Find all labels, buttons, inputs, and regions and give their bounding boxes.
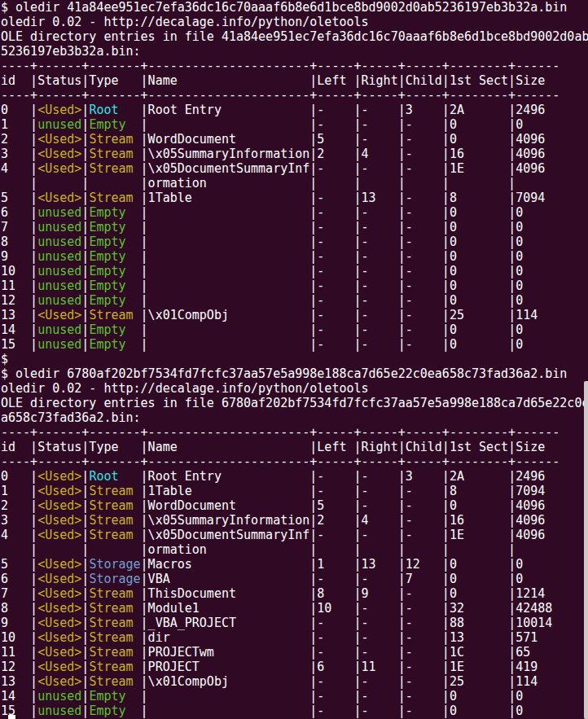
terminal-text-segment: |1Table |- |13 |- |8 |7094 bbox=[141, 191, 546, 205]
terminal-line: oledir 0.02 - http://decalage.info/pytho… bbox=[1, 381, 588, 396]
terminal-text-segment: |\x05SummaryInformation|2 |4 |- |16 |409… bbox=[141, 147, 546, 161]
terminal-text-segment: <Used> bbox=[37, 132, 81, 147]
terminal-text-segment: |Macros |1 |13 |12 |0 |0 bbox=[141, 557, 524, 572]
terminal-line: id |Status|Type |Name |Left |Right|Child… bbox=[1, 73, 588, 88]
terminal-text-segment: unused bbox=[37, 278, 81, 293]
terminal-text-segment: 7 | bbox=[1, 586, 37, 601]
terminal-text-segment: <Used> bbox=[37, 645, 81, 660]
terminal-line: 8 |<Used>|Stream |Module1 |10 |- |- |32 … bbox=[1, 601, 588, 616]
terminal-text-segment: Stream bbox=[89, 601, 140, 616]
terminal-text-segment: | |- |- |- |0 |0 bbox=[141, 689, 524, 704]
terminal-text-segment: a658c73fad36a2.bin: bbox=[1, 410, 141, 425]
terminal-text-segment: 5236197eb3b32a.bin: bbox=[1, 44, 141, 59]
terminal-text-segment: <Used> bbox=[37, 528, 81, 542]
terminal-text-segment: | |- |- |- |0 |0 bbox=[141, 293, 524, 308]
terminal-text-segment: Empty bbox=[89, 278, 140, 293]
terminal-line: 8 |unused|Empty | |- |- |- |0 |0 bbox=[1, 235, 588, 249]
terminal-text-segment: 0 | bbox=[1, 103, 37, 117]
terminal-line: 3 |<Used>|Stream |\x05SummaryInformation… bbox=[1, 147, 588, 161]
terminal-text-segment: unused bbox=[37, 205, 81, 220]
terminal-text-segment: Empty bbox=[89, 117, 140, 132]
terminal-text-segment: | |- |- |- |0 |0 bbox=[141, 205, 524, 220]
terminal-text-segment: |1Table |- |- |- |8 |7094 bbox=[141, 484, 546, 498]
terminal-line: oledir 0.02 - http://decalage.info/pytho… bbox=[1, 15, 588, 29]
terminal-line: $ bbox=[1, 352, 588, 366]
terminal-line: ----+------+-------+--------------------… bbox=[1, 454, 588, 469]
terminal-text-segment: 2 | bbox=[1, 132, 37, 147]
terminal-text-segment: | |- |- |- |0 |0 bbox=[141, 278, 524, 293]
terminal-text-segment: Empty bbox=[89, 689, 140, 704]
terminal-text-segment: 15 | bbox=[1, 337, 37, 352]
terminal-text-segment: unused bbox=[37, 249, 81, 264]
terminal-line: | | |ormation | | | | | bbox=[1, 176, 588, 191]
terminal-line: 1 |<Used>|Stream |1Table |- |- |- |8 |70… bbox=[1, 484, 588, 498]
terminal-text-segment: Stream bbox=[89, 161, 140, 176]
terminal-line: 11 |unused|Empty | |- |- |- |0 |0 bbox=[1, 278, 588, 293]
text-cursor bbox=[8, 715, 15, 719]
terminal-text-segment: id |Status|Type |Name |Left |Right|Child… bbox=[1, 440, 545, 454]
terminal-text-segment: Root bbox=[89, 103, 140, 117]
scrollbar-thumb[interactable] bbox=[584, 381, 588, 719]
terminal-text-segment: $ oledir 41a84ee951ec7efa36dc16c70aaaf6b… bbox=[1, 0, 567, 15]
terminal-text-segment: Empty bbox=[89, 235, 140, 249]
terminal-text-segment: Empty bbox=[89, 249, 140, 264]
terminal-text-segment: 15 | bbox=[1, 704, 37, 718]
terminal-text-segment: ----+------+-------+--------------------… bbox=[1, 425, 559, 440]
terminal-screen[interactable]: $ oledir 41a84ee951ec7efa36dc16c70aaaf6b… bbox=[1, 0, 588, 718]
terminal-text-segment: id |Status|Type |Name |Left |Right|Child… bbox=[1, 73, 545, 88]
terminal-text-segment: 11 | bbox=[1, 278, 37, 293]
terminal-text-segment: |\x01CompObj |- |- |- |25 |114 bbox=[141, 674, 538, 689]
terminal-text-segment: <Used> bbox=[37, 616, 81, 630]
terminal-line: 11 |<Used>|Stream |PROJECTwm |- |- |- |1… bbox=[1, 645, 588, 660]
terminal-text-segment: <Used> bbox=[37, 484, 81, 498]
terminal-text-segment: Stream bbox=[89, 630, 140, 645]
terminal-text-segment: 9 | bbox=[1, 616, 37, 630]
terminal-text-segment: Empty bbox=[89, 322, 140, 337]
terminal-text-segment: |WordDocument |5 |- |- |0 |4096 bbox=[141, 132, 546, 147]
terminal-text-segment: <Used> bbox=[37, 147, 81, 161]
terminal-text-segment: |_VBA_PROJECT |- |- |- |88 |10014 bbox=[141, 616, 553, 630]
terminal-text-segment: 5 | bbox=[1, 191, 37, 205]
terminal-text-segment: <Used> bbox=[37, 674, 81, 689]
terminal-text-segment: Stream bbox=[89, 674, 140, 689]
terminal-line: 12 |<Used>|Stream |PROJECT |6 |11 |- |1E… bbox=[1, 660, 588, 674]
terminal-text-segment: ----+------+-------+--------------------… bbox=[1, 454, 559, 469]
terminal-text-segment: <Used> bbox=[37, 557, 81, 572]
terminal-text-segment: Stream bbox=[89, 191, 140, 205]
terminal-text-segment: <Used> bbox=[37, 660, 81, 674]
terminal-text-segment: 2 | bbox=[1, 498, 37, 513]
terminal-text-segment: <Used> bbox=[37, 191, 81, 205]
terminal-text-segment: 3 | bbox=[1, 147, 37, 161]
terminal-text-segment: unused bbox=[37, 293, 81, 308]
terminal-text-segment: |Root Entry |- |- |3 |2A |2496 bbox=[141, 469, 546, 484]
terminal-text-segment: unused bbox=[37, 337, 81, 352]
terminal-text-segment: 6 | bbox=[1, 205, 37, 220]
terminal-text-segment: Stream bbox=[89, 616, 140, 630]
terminal-text-segment: | |- |- |- |0 |0 bbox=[141, 337, 524, 352]
terminal-text-segment: 1 | bbox=[1, 484, 37, 498]
terminal-text-segment: 0 | bbox=[1, 469, 37, 484]
terminal-text-segment: Stream bbox=[89, 645, 140, 660]
terminal-text-segment: 7 | bbox=[1, 220, 37, 235]
terminal-text-segment: Stream bbox=[89, 528, 140, 542]
terminal-line: 6 |<Used>|Storage|VBA |- |- |7 |0 |0 bbox=[1, 572, 588, 586]
terminal-text-segment: | |- |- |- |0 |0 bbox=[141, 235, 524, 249]
terminal-text-segment: 10 | bbox=[1, 264, 37, 278]
terminal-line: 6 |unused|Empty | |- |- |- |0 |0 bbox=[1, 205, 588, 220]
terminal-line: ----+------+-------+--------------------… bbox=[1, 425, 588, 440]
terminal-line: 5 |<Used>|Stream |1Table |- |13 |- |8 |7… bbox=[1, 191, 588, 205]
terminal-text-segment: unused bbox=[37, 117, 81, 132]
terminal-text-segment: Stream bbox=[89, 147, 140, 161]
terminal-text-segment: Root bbox=[89, 469, 140, 484]
terminal-text-segment: ----+------+-------+--------------------… bbox=[1, 88, 559, 103]
terminal-line: 3 |<Used>|Stream |\x05SummaryInformation… bbox=[1, 513, 588, 528]
terminal-text-segment: | |- |- |- |0 |0 bbox=[141, 264, 524, 278]
terminal-text-segment: Empty bbox=[89, 704, 140, 718]
terminal-line: 4 |<Used>|Stream |\x05DocumentSummaryInf… bbox=[1, 528, 588, 542]
terminal-text-segment: |PROJECTwm |- |- |- |1C |65 bbox=[141, 645, 531, 660]
terminal-text-segment: <Used> bbox=[37, 513, 81, 528]
terminal-text-segment: 14 | bbox=[1, 689, 37, 704]
terminal-text-segment: 8 | bbox=[1, 601, 37, 616]
terminal-text-segment: 4 | bbox=[1, 528, 37, 542]
terminal-text-segment: |dir |- |- |- |13 |571 bbox=[141, 630, 538, 645]
